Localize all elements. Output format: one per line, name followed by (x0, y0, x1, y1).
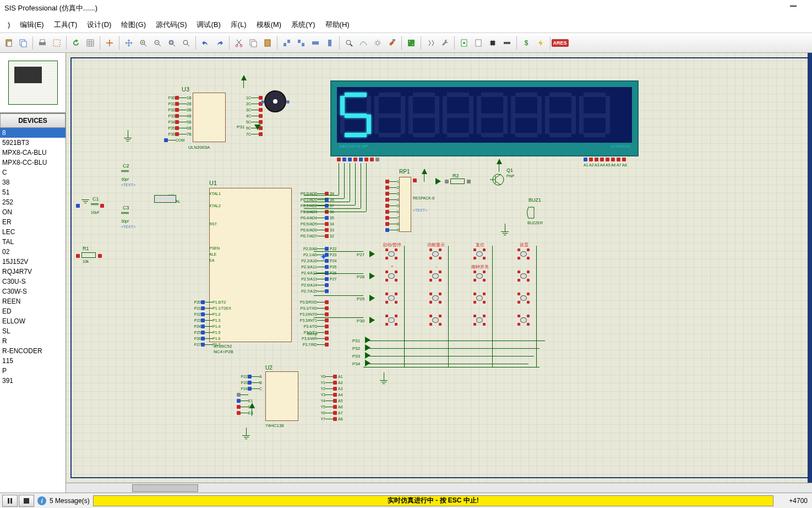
tb-chip-icon[interactable] (486, 36, 499, 50)
tb-ares-icon[interactable]: ARES (553, 36, 566, 50)
tb-grid-icon[interactable] (84, 36, 97, 50)
device-item[interactable]: 38 (0, 177, 66, 187)
tb-dollar-icon[interactable]: $ (520, 36, 533, 50)
menu-template[interactable]: 模板(M) (252, 18, 286, 32)
menu-truncated[interactable]: ) (3, 18, 14, 31)
menu-graph[interactable]: 绘图(G) (117, 18, 150, 32)
device-item[interactable]: 115 (0, 356, 66, 366)
button-switch[interactable] (385, 248, 397, 256)
tb-zoomin-icon[interactable] (137, 36, 150, 50)
device-item[interactable]: ON (0, 207, 66, 217)
horizontal-scrollbar[interactable] (66, 483, 812, 493)
button-switch[interactable] (385, 293, 397, 300)
button-switch[interactable] (385, 271, 397, 278)
tb-doc1-icon[interactable] (457, 36, 471, 50)
menu-library[interactable]: 库(L) (226, 18, 251, 32)
device-item[interactable]: R-ENCODER (0, 346, 66, 356)
schematic-canvas[interactable]: ABCDEFG DP 12345678 A1A2A3A4A5A6A7A8 U3 … (66, 53, 812, 483)
scrollbar-thumb[interactable] (132, 484, 198, 492)
rp1-chip[interactable] (399, 177, 411, 232)
device-item[interactable]: R (0, 336, 66, 346)
menu-tools[interactable]: 工具(T) (50, 18, 82, 32)
device-item[interactable]: 15J152V (0, 257, 66, 267)
tb-hammer-icon[interactable] (385, 36, 399, 50)
devices-list[interactable]: 85921BT3MPX8-CA-BLUMPX8-CC-BLUC3851252ON… (0, 128, 66, 493)
button-switch[interactable] (517, 315, 530, 322)
tb-paste2-icon[interactable] (261, 36, 274, 50)
u3-chip[interactable] (193, 93, 226, 142)
tb-block1-icon[interactable] (280, 36, 293, 50)
device-item[interactable]: SL (0, 326, 66, 336)
tb-cut-icon[interactable] (232, 36, 246, 50)
tb-doc2-icon[interactable] (472, 36, 485, 50)
sim-stop-button[interactable] (19, 495, 34, 507)
device-item[interactable]: ELLOW (0, 316, 66, 326)
tb-block2-icon[interactable] (295, 36, 308, 50)
menu-edit[interactable]: 编辑(E) (15, 18, 48, 32)
device-item[interactable]: LEC (0, 227, 66, 237)
button-switch[interactable] (429, 293, 442, 300)
tb-copy2-icon[interactable] (247, 36, 260, 50)
tb-origin-icon[interactable] (103, 36, 116, 50)
button-switch[interactable] (429, 315, 442, 322)
tb-find-icon[interactable] (424, 36, 437, 50)
device-item[interactable]: C30W-S (0, 287, 66, 296)
tb-wire-icon[interactable] (357, 36, 370, 50)
button-switch[interactable] (473, 315, 486, 322)
device-item[interactable]: P (0, 366, 66, 376)
tb-block4-icon[interactable] (323, 36, 336, 50)
tb-bolt-icon[interactable] (534, 36, 547, 50)
device-item[interactable]: ED (0, 306, 66, 316)
tb-refresh-icon[interactable] (69, 36, 83, 50)
device-item[interactable]: 51 (0, 187, 66, 197)
device-item[interactable]: C30U-S (0, 277, 66, 287)
button-switch[interactable] (517, 293, 530, 300)
tb-copy-icon[interactable] (17, 36, 30, 50)
device-item[interactable]: MPX8-CC-BLU (0, 158, 66, 167)
tb-pan-icon[interactable] (122, 36, 135, 50)
device-item[interactable]: 8 (0, 128, 66, 138)
device-item[interactable]: 5921BT3 (0, 138, 66, 148)
tb-redo-icon[interactable] (213, 36, 226, 50)
button-switch[interactable] (473, 248, 486, 256)
sim-pause-button[interactable] (2, 495, 18, 507)
tb-zoomarea-icon[interactable] (179, 36, 193, 50)
button-switch[interactable] (429, 248, 442, 256)
device-item[interactable]: C (0, 167, 66, 177)
u2-chip[interactable] (265, 371, 298, 421)
button-switch[interactable] (517, 271, 530, 278)
tb-print-icon[interactable] (36, 36, 49, 50)
tb-comp-icon[interactable] (500, 36, 514, 50)
tb-paste-icon[interactable] (2, 36, 15, 50)
device-item[interactable]: 252 (0, 197, 66, 207)
tb-pcb-icon[interactable] (405, 36, 418, 50)
device-item[interactable]: 391 (0, 376, 66, 386)
device-item[interactable]: TAL (0, 237, 66, 247)
menu-debug[interactable]: 调试(B) (192, 18, 225, 32)
device-item[interactable]: MPX8-CA-BLU (0, 148, 66, 158)
tb-block3-icon[interactable] (309, 36, 322, 50)
tb-search-icon[interactable] (342, 36, 356, 50)
menu-design[interactable]: 设计(D) (83, 18, 116, 32)
device-item[interactable]: 02 (0, 247, 66, 257)
tb-zoomfit-icon[interactable] (165, 36, 178, 50)
button-switch[interactable] (473, 293, 486, 300)
menu-system[interactable]: 系统(Y) (287, 18, 319, 32)
button-switch[interactable] (517, 248, 530, 256)
menu-source[interactable]: 源代码(S) (151, 18, 191, 32)
menu-help[interactable]: 帮助(H) (321, 18, 354, 32)
button-switch[interactable] (429, 271, 442, 278)
button-switch[interactable] (473, 271, 486, 278)
tb-wrench-icon[interactable] (438, 36, 451, 50)
status-messages[interactable]: 5 Message(s) (50, 497, 90, 505)
device-item[interactable]: ER (0, 217, 66, 227)
button-switch[interactable] (385, 315, 397, 322)
device-item[interactable]: RQJ4R7V (0, 267, 66, 277)
overview-pane[interactable] (0, 53, 66, 114)
tb-gear-icon[interactable] (371, 36, 384, 50)
minimize-button[interactable] (790, 6, 797, 7)
tb-region-icon[interactable] (50, 36, 63, 50)
tb-undo-icon[interactable] (199, 36, 212, 50)
device-item[interactable]: REEN (0, 296, 66, 306)
tb-zoomout-icon[interactable] (151, 36, 164, 50)
